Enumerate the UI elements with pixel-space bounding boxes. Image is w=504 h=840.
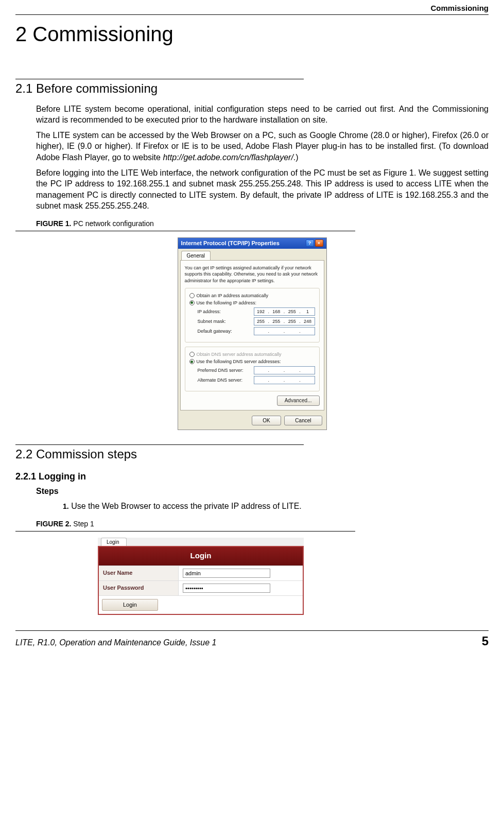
row-username: User Name admin <box>99 565 303 580</box>
dialog-title-text: Internet Protocol (TCP/IP) Properties <box>181 239 305 247</box>
steps-heading: Steps <box>36 486 489 497</box>
close-icon[interactable]: × <box>315 239 323 247</box>
dialog-tabs: General <box>178 249 326 261</box>
dialog-description: You can get IP settings assigned automat… <box>185 265 320 283</box>
figure-2-rule <box>15 531 355 532</box>
label-password: User Password <box>99 581 179 595</box>
username-input[interactable]: admin <box>183 569 270 578</box>
para-21-2: The LITE system can be accessed by the W… <box>36 130 489 163</box>
page-number: 5 <box>482 633 489 649</box>
ok-button[interactable]: OK <box>252 416 281 426</box>
dns-group: Obtain DNS server address automatically … <box>185 347 320 391</box>
radio-use-ip[interactable]: Use the following IP address: <box>189 300 315 306</box>
figure-2-caption: FIGURE 2. Step 1 <box>36 519 489 529</box>
step-1: 1. Use the Web Browser to access the pri… <box>63 501 489 512</box>
figure-1-dialog: Internet Protocol (TCP/IP) Properties ? … <box>178 237 327 430</box>
radio-auto-dns: Obtain DNS server address automatically <box>189 351 315 357</box>
section-rule <box>15 444 304 445</box>
alternate-dns-field[interactable]: 0. 0. 0. 0 <box>254 376 315 384</box>
para-21-1: Before LITE system become operational, i… <box>36 104 489 126</box>
row-password: User Password ••••••••• <box>99 580 303 595</box>
radio-icon <box>189 359 195 364</box>
figure-1-rule <box>15 231 355 231</box>
flash-url: http://get.adobe.com/cn/flashplayer/ <box>163 153 293 162</box>
login-header: Login <box>99 547 303 565</box>
login-button-row: Login <box>99 595 303 614</box>
password-input[interactable]: ••••••••• <box>183 584 270 593</box>
subnet-mask-field[interactable]: 255. 255. 255. 248 <box>254 317 315 325</box>
section-22-title: 2.2 Commission steps <box>15 446 489 462</box>
figure-1-caption: FIGURE 1. PC network configuration <box>36 219 489 229</box>
help-icon[interactable]: ? <box>306 239 314 247</box>
cancel-button[interactable]: Cancel <box>284 416 322 426</box>
label-gateway: Default gateway: <box>198 328 254 334</box>
login-button[interactable]: Login <box>102 599 158 611</box>
ip-group: Obtain an IP address automatically Use t… <box>185 288 320 342</box>
row-default-gateway: Default gateway: 0. 0. 0. 0 <box>198 327 315 335</box>
dialog-footer: OK Cancel <box>178 413 326 430</box>
login-panel: Login User Name admin User Password ••••… <box>98 546 304 614</box>
preferred-dns-field[interactable]: 0. 0. 0. 0 <box>254 366 315 374</box>
dialog-body: You can get IP settings assigned automat… <box>180 260 324 410</box>
label-pdns: Preferred DNS server: <box>198 367 254 373</box>
radio-use-dns[interactable]: Use the following DNS server addresses: <box>189 358 315 365</box>
page-footer: LITE, R1.0, Operation and Maintenance Gu… <box>15 631 489 655</box>
radio-auto-ip[interactable]: Obtain an IP address automatically <box>189 293 315 299</box>
label-username: User Name <box>99 566 179 580</box>
chapter-title: 2 Commissioning <box>15 20 489 48</box>
default-gateway-field[interactable]: 0. 0. 0. 0 <box>254 327 315 335</box>
radio-icon <box>189 352 195 357</box>
running-header: Commissioning <box>15 0 489 14</box>
label-mask: Subnet mask: <box>198 318 254 324</box>
radio-icon <box>189 300 195 305</box>
advanced-button[interactable]: Advanced... <box>277 396 320 406</box>
radio-icon <box>189 293 195 298</box>
browser-tab-login[interactable]: Login <box>101 538 127 546</box>
section-rule <box>15 79 304 79</box>
footer-left: LITE, R1.0, Operation and Maintenance Gu… <box>15 637 216 648</box>
section-221-title: 2.2.1 Logging in <box>15 470 489 483</box>
label-adns: Alternate DNS server: <box>198 377 254 383</box>
row-subnet-mask: Subnet mask: 255. 255. 255. 248 <box>198 317 315 325</box>
dialog-titlebar: Internet Protocol (TCP/IP) Properties ? … <box>178 238 326 249</box>
row-preferred-dns: Preferred DNS server: 0. 0. 0. 0 <box>198 366 315 374</box>
browser-chrome: Login <box>98 538 304 546</box>
header-rule <box>15 14 489 15</box>
label-ip: IP address: <box>198 308 254 315</box>
figure-2-login: Login Login User Name admin User Passwor… <box>98 538 304 615</box>
section-21-title: 2.1 Before commissioning <box>15 80 489 97</box>
para-21-3: Before logging into the LITE Web interfa… <box>36 167 489 212</box>
row-ip-address: IP address: 192. 168. 255. 1 <box>198 307 315 316</box>
tab-general[interactable]: General <box>181 251 211 261</box>
ip-address-field[interactable]: 192. 168. 255. 1 <box>254 307 315 316</box>
row-alternate-dns: Alternate DNS server: 0. 0. 0. 0 <box>198 376 315 384</box>
